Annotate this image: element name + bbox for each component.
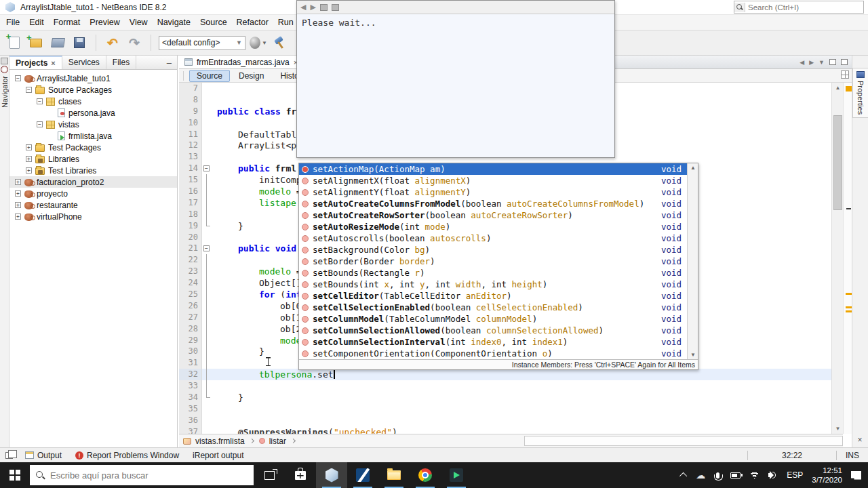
tree-toggle-icon[interactable]: + [15, 214, 21, 220]
completion-item-setbounds[interactable]: setBounds(int x, int y, int width, int h… [299, 279, 698, 290]
menu-navigate[interactable]: Navigate [157, 18, 191, 27]
undo-button[interactable]: ↶ [104, 34, 121, 52]
properties-tab[interactable]: Properties [852, 68, 868, 118]
tree-item-vistas[interactable]: −vistas [9, 119, 177, 130]
taskbar-search-input[interactable] [50, 470, 254, 481]
menu-preview[interactable]: Preview [90, 18, 119, 27]
code-line-36[interactable]: 36 [179, 415, 831, 426]
new-file-button[interactable] [5, 34, 23, 52]
scroll-tabs-right-icon[interactable]: ▶ [809, 59, 814, 66]
language-indicator[interactable]: ESP [787, 470, 803, 480]
tree-item-persona-java[interactable]: persona.java [9, 107, 177, 119]
doc-attach-icon[interactable] [332, 4, 339, 11]
tree-toggle-icon[interactable]: − [26, 87, 32, 93]
tree-item-virtualphone[interactable]: +virtualPhone [9, 211, 177, 222]
scrollbar-thumb[interactable] [833, 115, 842, 210]
completion-item-setcolumnselectioninterval[interactable]: setColumnSelectionInterval(int index0, i… [299, 336, 698, 348]
taskbar-app-store[interactable] [285, 462, 316, 488]
code-line-32[interactable]: 32tblpersona.set [179, 369, 831, 380]
taskbar-app-blue-app[interactable] [347, 462, 378, 488]
redo-button[interactable]: ↷ [125, 34, 143, 52]
completion-item-setbackground[interactable]: setBackground(Color bg)void [299, 244, 698, 256]
editor-tab-frmentradas[interactable]: frmEntradas_marcas.java × [179, 56, 304, 68]
navigator-tab-label[interactable]: Navigator [1, 76, 9, 108]
code-line-33[interactable]: 33 [179, 380, 831, 392]
tree-toggle-icon[interactable]: + [15, 190, 21, 197]
open-project-button[interactable] [49, 34, 66, 52]
completion-item-setactionmap[interactable]: setActionMap(ActionMap am)void [299, 163, 698, 175]
menu-format[interactable]: Format [54, 18, 81, 27]
minimize-panel-icon[interactable]: – [161, 56, 177, 69]
search-icon[interactable] [734, 3, 745, 12]
save-all-button[interactable] [71, 34, 88, 52]
maximize-window-icon[interactable] [841, 59, 848, 65]
tree-item-facturacion_proto2[interactable]: +facturacion_proto2 [9, 176, 177, 188]
scroll-up-icon[interactable]: ▲ [832, 83, 844, 93]
volume-icon[interactable] [768, 471, 778, 479]
completion-scrollbar[interactable]: ▲ ▼ [687, 163, 698, 359]
tree-item-arraylistjtable_tuto1[interactable]: −ArraylistJtable_tuto1 [9, 73, 177, 84]
panel-tab-files[interactable]: Files [106, 56, 136, 69]
output-tab-output[interactable]: Output [18, 448, 68, 462]
doc-browser-icon[interactable] [320, 4, 328, 11]
taskbar-app-file-explorer[interactable] [378, 462, 410, 488]
wifi-icon[interactable] [749, 472, 760, 479]
action-center-icon[interactable] [851, 471, 861, 480]
menu-refactor[interactable]: Refactor [237, 18, 269, 27]
error-stripe-mark[interactable] [846, 293, 852, 295]
microphone-icon[interactable] [716, 472, 719, 479]
error-stripe-caret-mark[interactable] [846, 208, 851, 209]
tree-toggle-icon[interactable]: + [26, 144, 32, 150]
completion-item-setautoresizemode[interactable]: setAutoResizeMode(int mode)void [299, 221, 698, 232]
taskbar-app-task-view[interactable] [254, 462, 285, 488]
tray-expand-icon[interactable] [679, 472, 687, 480]
completion-item-setcellselectionenabled[interactable]: setCellSelectionEnabled(boolean cellSele… [299, 302, 698, 313]
tree-item-frmlista-java[interactable]: frmlista.java [9, 130, 177, 142]
completion-item-setautocreaterowsorter[interactable]: setAutoCreateRowSorter(boolean autoCreat… [299, 209, 698, 221]
tab-list-dropdown-icon[interactable]: ▼ [818, 59, 825, 66]
completion-item-setcolumnselectionallowed[interactable]: setColumnSelectionAllowed(boolean column… [299, 325, 698, 336]
close-breadcrumb-icon[interactable]: × [855, 436, 865, 445]
clock[interactable]: 12:51 3/7/2020 [812, 466, 842, 485]
code-line-34[interactable]: 34} [179, 392, 831, 403]
code-line-37[interactable]: 37@SuppressWarnings("unchecked") [179, 426, 831, 434]
new-project-button[interactable] [27, 34, 45, 52]
menu-file[interactable]: File [6, 18, 20, 27]
tree-item-test-packages[interactable]: +Test Packages [9, 142, 177, 153]
taskbar-app-green-app[interactable] [441, 462, 472, 488]
scroll-up-icon[interactable]: ▲ [688, 165, 698, 171]
float-window-icon[interactable] [829, 59, 836, 65]
fold-collapse-icon[interactable]: − [203, 245, 210, 251]
output-tab-ireport-output[interactable]: iReport output [186, 448, 250, 462]
search-input[interactable] [745, 3, 863, 12]
completion-item-setborder[interactable]: setBorder(Border border)void [299, 256, 698, 267]
tree-item-clases[interactable]: −clases [9, 96, 177, 107]
float-windows-icon[interactable] [5, 452, 13, 459]
onedrive-icon[interactable]: ☁ [696, 470, 705, 480]
start-button[interactable] [0, 462, 30, 488]
error-stripe-mark[interactable] [846, 310, 852, 312]
ide-search-box[interactable] [734, 1, 864, 14]
tree-toggle-icon[interactable]: + [15, 179, 21, 185]
close-tab-icon[interactable]: × [51, 59, 55, 67]
completion-item-setcelleditor[interactable]: setCellEditor(TableCellEditor anEditor)v… [299, 290, 698, 302]
taskbar-app-netbeans[interactable] [316, 462, 347, 488]
tree-toggle-icon[interactable]: − [37, 98, 43, 104]
navigator-strip[interactable]: Navigator [0, 56, 9, 447]
tree-toggle-icon[interactable]: + [15, 202, 21, 208]
breadcrumb-item[interactable]: listar [269, 436, 286, 446]
taskbar-search-box[interactable] [30, 465, 254, 485]
code-line-35[interactable]: 35 [179, 403, 831, 415]
fold-collapse-icon[interactable]: − [203, 165, 210, 171]
completion-item-setcomponentorientation[interactable]: setComponentOrientation(ComponentOrienta… [299, 348, 698, 359]
completion-item-setautocreatecolumnsfrommodel[interactable]: setAutoCreateColumnsFromModel(boolean au… [299, 198, 698, 209]
breadcrumb-item[interactable]: vistas.frmlista [195, 436, 245, 446]
completion-item-setalignmenty[interactable]: setAlignmentY(float alignmentY)void [299, 186, 698, 198]
tree-item-source-packages[interactable]: −Source Packages [9, 84, 177, 96]
scroll-down-icon[interactable]: ▼ [832, 424, 844, 434]
tree-item-proyecto[interactable]: +proyecto [9, 188, 177, 199]
doc-forward-icon[interactable]: ▶ [310, 3, 315, 11]
completion-item-setcolumnmodel[interactable]: setColumnModel(TableColumnModel columnMo… [299, 313, 698, 325]
editor-vertical-scrollbar[interactable]: ▲ ▼ [831, 83, 843, 434]
memory-button[interactable]: ▼ [250, 34, 267, 52]
